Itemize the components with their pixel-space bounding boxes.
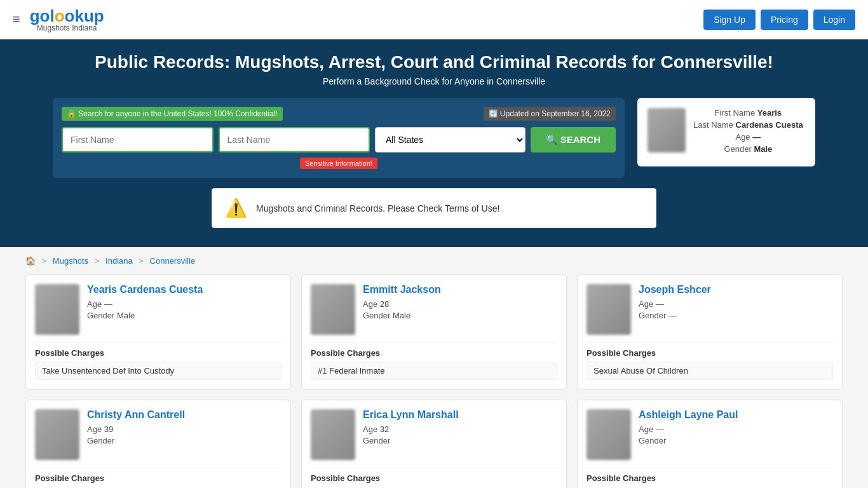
possible-charges-label: Possible Charges	[311, 342, 557, 358]
featured-last-name: Cardenas Cuesta	[736, 120, 803, 130]
person-avatar	[587, 409, 631, 460]
person-age-row: Age —	[639, 424, 738, 434]
breadcrumb: 🏠 > Mugshots > Indiana > Connersville	[0, 247, 868, 274]
last-name-input[interactable]	[219, 127, 370, 152]
page-subtitle: Perform a Background Check for Anyone in…	[13, 76, 855, 86]
person-details: Emmitt Jackson Age 28 Gender Male	[363, 284, 441, 335]
person-age-row: Age —	[639, 299, 711, 309]
possible-charges-label: Possible Charges	[35, 342, 281, 358]
person-gender-row: Gender	[87, 436, 185, 445]
person-name: Christy Ann Cantrell	[87, 409, 185, 421]
page-title: Public Records: Mugshots, Arrest, Court …	[13, 52, 855, 72]
updated-label: 🔄 Updated on September 16, 2022	[484, 107, 616, 121]
sensitive-badge: Sensitive Information!	[300, 158, 377, 169]
breadcrumb-home-link[interactable]: 🏠	[25, 256, 36, 266]
person-avatar	[587, 284, 631, 335]
person-age-row: Age 32	[363, 424, 459, 434]
search-container: 🔒 Search for anyone in the United States…	[53, 98, 815, 178]
header-buttons: Sign Up Pricing Login	[703, 10, 855, 30]
breadcrumb-mugshots-link[interactable]: Mugshots	[53, 256, 88, 266]
hamburger-menu-icon[interactable]: ≡	[13, 12, 20, 27]
person-details: Erica Lynn Marshall Age 32 Gender	[363, 409, 459, 460]
possible-charges-label: Possible Charges	[587, 342, 833, 358]
person-card[interactable]: Yearis Cardenas Cuesta Age — Gender Male…	[25, 274, 291, 390]
person-name: Yearis Cardenas Cuesta	[87, 284, 203, 295]
search-button[interactable]: 🔍 SEARCH	[531, 127, 616, 152]
person-top: Joseph Eshcer Age — Gender —	[587, 284, 833, 335]
first-name-input[interactable]	[62, 127, 214, 152]
person-age-row: Age —	[87, 299, 203, 309]
cards-grid: Yearis Cardenas Cuesta Age — Gender Male…	[0, 274, 868, 488]
charge-item: Take Unsentenced Def Into Custody	[35, 362, 281, 380]
featured-avatar	[648, 108, 686, 152]
breadcrumb-sep1: >	[42, 256, 47, 266]
person-top: Erica Lynn Marshall Age 32 Gender	[311, 409, 557, 460]
site-header: ≡ golookup Mugshots Indiana Sign Up Pric…	[0, 0, 868, 39]
warning-text: Mugshots and Criminal Records. Please Ch…	[256, 203, 499, 214]
person-avatar	[311, 409, 355, 460]
featured-result-card[interactable]: First Name Yearis Last Name Cardenas Cue…	[637, 98, 815, 166]
person-name: Erica Lynn Marshall	[363, 409, 459, 421]
person-name: Emmitt Jackson	[363, 284, 441, 295]
featured-gender-row: Gender Male	[693, 144, 803, 154]
featured-age-row: Age —	[693, 132, 803, 142]
possible-charges-label: Possible Charges	[311, 468, 557, 483]
featured-result-info: First Name Yearis Last Name Cardenas Cue…	[693, 108, 803, 156]
featured-first-name-row: First Name Yearis	[693, 108, 803, 118]
sensitive-badge-wrapper: Sensitive Information!	[62, 158, 616, 169]
person-card[interactable]: Ashleigh Layne Paul Age — Gender Possibl…	[577, 400, 843, 488]
breadcrumb-sep3: >	[139, 256, 144, 266]
state-select[interactable]: All States AlabamaAlaskaArizona Arkansas…	[375, 127, 526, 152]
search-fields: All States AlabamaAlaskaArizona Arkansas…	[62, 127, 616, 152]
hero-section: Public Records: Mugshots, Arrest, Court …	[0, 39, 868, 247]
person-card[interactable]: Joseph Eshcer Age — Gender — Possible Ch…	[577, 274, 843, 390]
warning-icon: ⚠️	[225, 198, 247, 219]
login-button[interactable]: Login	[813, 10, 855, 30]
person-card[interactable]: Erica Lynn Marshall Age 32 Gender Possib…	[301, 400, 567, 488]
person-card[interactable]: Emmitt Jackson Age 28 Gender Male Possib…	[301, 274, 567, 390]
signup-button[interactable]: Sign Up	[703, 10, 756, 30]
breadcrumb-indiana-link[interactable]: Indiana	[105, 256, 133, 266]
pricing-button[interactable]: Pricing	[761, 10, 808, 30]
person-gender-row: Gender Male	[363, 311, 441, 320]
person-details: Yearis Cardenas Cuesta Age — Gender Male	[87, 284, 203, 335]
person-name: Ashleigh Layne Paul	[639, 409, 738, 421]
person-details: Ashleigh Layne Paul Age — Gender	[639, 409, 738, 460]
featured-age: —	[752, 132, 761, 142]
header-left: ≡ golookup Mugshots Indiana	[13, 6, 104, 32]
possible-charges-label: Possible Charges	[35, 468, 281, 483]
search-box: 🔒 Search for anyone in the United States…	[53, 98, 625, 178]
person-top: Christy Ann Cantrell Age 39 Gender	[35, 409, 281, 460]
person-gender-row: Gender	[363, 436, 459, 445]
breadcrumb-connersville-link[interactable]: Connersville	[150, 256, 196, 266]
search-top-bar: 🔒 Search for anyone in the United States…	[62, 107, 616, 121]
person-gender-row: Gender	[639, 436, 738, 445]
breadcrumb-sep2: >	[95, 256, 100, 266]
person-top: Ashleigh Layne Paul Age — Gender	[587, 409, 833, 460]
possible-charges-label: Possible Charges	[587, 468, 833, 483]
person-avatar	[311, 284, 355, 335]
logo-o: o	[55, 6, 65, 25]
person-avatar	[35, 284, 79, 335]
person-gender-row: Gender —	[639, 311, 711, 320]
person-details: Joseph Eshcer Age — Gender —	[639, 284, 711, 335]
charge-item: #1 Federal Inmate	[311, 362, 557, 380]
logo-subtitle: Mugshots Indiana	[30, 24, 104, 32]
person-age-row: Age 39	[87, 424, 185, 434]
featured-gender: Male	[754, 144, 772, 154]
charge-item: Sexual Abuse Of Children	[587, 362, 833, 380]
person-gender-row: Gender Male	[87, 311, 203, 320]
logo[interactable]: golookup Mugshots Indiana	[30, 6, 104, 32]
person-top: Yearis Cardenas Cuesta Age — Gender Male	[35, 284, 281, 335]
person-card[interactable]: Christy Ann Cantrell Age 39 Gender Possi…	[25, 400, 291, 488]
confidential-label: 🔒 Search for anyone in the United States…	[62, 107, 283, 121]
person-name: Joseph Eshcer	[639, 284, 711, 295]
featured-first-name: Yearis	[757, 108, 782, 118]
featured-last-name-row: Last Name Cardenas Cuesta	[693, 120, 803, 130]
person-age-row: Age 28	[363, 299, 441, 309]
person-avatar	[35, 409, 79, 460]
person-top: Emmitt Jackson Age 28 Gender Male	[311, 284, 557, 335]
person-details: Christy Ann Cantrell Age 39 Gender	[87, 409, 185, 460]
warning-bar: ⚠️ Mugshots and Criminal Records. Please…	[212, 188, 656, 228]
